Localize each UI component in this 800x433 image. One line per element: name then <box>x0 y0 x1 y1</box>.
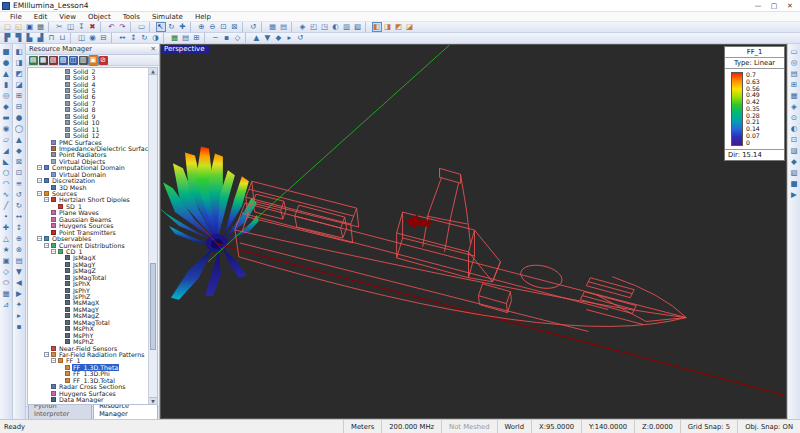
undo-icon[interactable]: ↶ <box>107 22 117 32</box>
filter-icon[interactable]: ▥ <box>79 56 88 65</box>
disable-icon[interactable]: ⊘ <box>99 56 108 65</box>
list-icon[interactable]: ≡ <box>14 179 24 189</box>
menu-object[interactable]: Object <box>82 13 117 21</box>
marker-icon[interactable]: ◆ <box>789 157 799 167</box>
materials-icon[interactable]: ▨ <box>49 56 58 65</box>
snap-grid-icon[interactable]: ⊞ <box>192 33 202 43</box>
stretch-v-icon[interactable]: ↕ <box>14 223 24 233</box>
tree-item-hertzian-short-dipoles[interactable]: − Hertzian Short Dipoles <box>28 197 148 203</box>
scene-canvas[interactable] <box>161 45 786 418</box>
viewport-layout-icon[interactable]: ▭ <box>789 47 799 57</box>
spline-tool-icon[interactable]: ∿ <box>1 190 11 200</box>
grid-icon[interactable]: ▦ <box>268 22 278 32</box>
solid-icon[interactable]: ● <box>14 113 24 123</box>
merge-icon[interactable]: ⊕ <box>14 234 24 244</box>
cylinder-tool-icon[interactable]: ▮ <box>1 80 11 90</box>
front-view-icon[interactable]: ◩ <box>394 22 404 32</box>
delete-icon[interactable]: ✖ <box>88 22 98 32</box>
tree-expander-icon[interactable]: − <box>44 243 49 248</box>
dot-icon[interactable]: ▪ <box>14 322 24 332</box>
orbit-icon[interactable]: ↻ <box>167 22 177 32</box>
add-cell-icon[interactable]: ⊞ <box>14 91 24 101</box>
tree-view-icon[interactable]: ▤ <box>29 56 38 65</box>
menu-file[interactable]: File <box>4 13 28 21</box>
tree-expander-icon[interactable]: − <box>37 165 42 170</box>
tree-expander-icon[interactable]: − <box>37 178 42 183</box>
align-left-icon[interactable]: ▛ <box>3 33 13 43</box>
table-icon[interactable]: ▤ <box>279 22 289 32</box>
torus-tool-icon[interactable]: ◎ <box>1 91 11 101</box>
crop-icon[interactable]: ⊠ <box>14 157 24 167</box>
pause-icon[interactable]: ▼ <box>263 33 273 43</box>
dimension-icon[interactable]: ▪ <box>222 33 232 43</box>
select-arrow-icon[interactable]: ↖ <box>156 22 166 32</box>
point-tool-icon[interactable]: • <box>1 212 11 222</box>
layers-panel-icon[interactable]: ▧ <box>59 56 68 65</box>
target-icon[interactable]: ⊙ <box>789 113 799 123</box>
align-top-icon[interactable]: ▙ <box>25 33 35 43</box>
redo-small-icon[interactable]: ↻ <box>14 201 24 211</box>
shaded-icon[interactable]: ◐ <box>331 22 341 32</box>
grid-tool-icon[interactable]: ▦ <box>1 289 11 299</box>
pan-icon[interactable]: ✚ <box>178 22 188 32</box>
zoom-extents-icon[interactable]: ⊠ <box>230 22 240 32</box>
open-folder-icon[interactable]: ◱ <box>14 22 24 32</box>
hidden-line-icon[interactable]: ▥ <box>342 22 352 32</box>
tree-expander-icon[interactable]: − <box>37 191 42 196</box>
scroll-down-icon[interactable]: ▼ <box>149 397 157 404</box>
polygon-tool-icon[interactable]: △ <box>1 234 11 244</box>
play-icon[interactable]: ▶ <box>789 190 799 200</box>
left-icon[interactable]: ◀ <box>14 278 24 288</box>
align-right-icon[interactable]: ▜ <box>14 33 24 43</box>
pyramid-icon[interactable]: ▲ <box>14 135 24 145</box>
tree-expander-icon[interactable]: − <box>51 249 56 254</box>
arc-tool-icon[interactable]: ◠ <box>1 179 11 189</box>
wedge-tool-icon[interactable]: ◢ <box>1 146 11 156</box>
half-top-icon[interactable]: ◩ <box>14 69 24 79</box>
menu-help[interactable]: Help <box>189 13 217 21</box>
zoom-window-icon[interactable]: ⊡ <box>219 22 229 32</box>
layers-icon[interactable]: ▤ <box>789 69 799 79</box>
remove-cell-icon[interactable]: ⊟ <box>14 102 24 112</box>
side-view-icon[interactable]: ◪ <box>405 22 415 32</box>
paste-icon[interactable]: ↧ <box>77 22 87 32</box>
tree-expander-icon[interactable]: − <box>37 236 42 241</box>
pattern-icon[interactable]: ▧ <box>789 168 799 178</box>
half-left-icon[interactable]: ◧ <box>14 47 24 57</box>
add-view-icon[interactable]: ⊞ <box>789 80 799 90</box>
box-tool-icon[interactable]: ■ <box>1 47 11 57</box>
fit-icon[interactable]: ⊡ <box>14 168 24 178</box>
unstack-icon[interactable]: ⊔ <box>58 33 68 43</box>
zoom-out-icon[interactable]: ⊖ <box>208 22 218 32</box>
remesh-icon[interactable]: ▤ <box>181 33 191 43</box>
annotate-icon[interactable]: ◇ <box>233 33 243 43</box>
schematic-view-icon[interactable]: ▦ <box>39 56 48 65</box>
plane-tool-icon[interactable]: ▱ <box>1 135 11 145</box>
cut-icon[interactable]: ✂ <box>55 22 65 32</box>
grid-view-icon[interactable]: ▦ <box>789 91 799 101</box>
shade-toggle-icon[interactable]: ◐ <box>789 124 799 134</box>
viewport-3d[interactable]: Perspective FF_1 Type: Linear 0.70.630.5… <box>160 44 787 419</box>
menu-simulate[interactable]: Simulate <box>146 13 189 21</box>
union-icon[interactable]: ◫ <box>77 33 87 43</box>
down-icon[interactable]: ▼ <box>14 267 24 277</box>
menu-view[interactable]: View <box>53 13 82 21</box>
menu-edit[interactable]: Edit <box>28 13 54 21</box>
scrollbar-thumb[interactable] <box>150 263 156 350</box>
tree-expander-icon[interactable]: − <box>51 358 56 363</box>
ramp-tool-icon[interactable]: ◣ <box>1 157 11 167</box>
tree-expander-icon[interactable]: − <box>44 197 49 202</box>
measure-icon[interactable]: − <box>211 33 221 43</box>
cross-tool-icon[interactable]: ✚ <box>1 223 11 233</box>
right-icon[interactable]: ▶ <box>14 289 24 299</box>
rotate-object-icon[interactable]: ↻ <box>140 33 150 43</box>
maximize-button[interactable]: ▢ <box>766 2 782 10</box>
cone-tool-icon[interactable]: ▲ <box>1 69 11 79</box>
screen-capture-icon[interactable]: ▭ <box>137 22 147 32</box>
copy-icon[interactable]: ◫ <box>66 22 76 32</box>
shell-tool-icon[interactable]: ○ <box>1 168 11 178</box>
path-icon[interactable]: ▸ <box>285 33 295 43</box>
new-file-icon[interactable]: ▢ <box>3 22 13 32</box>
refresh-view-icon[interactable]: ↺ <box>249 22 259 32</box>
half-bottom-icon[interactable]: ◪ <box>14 80 24 90</box>
